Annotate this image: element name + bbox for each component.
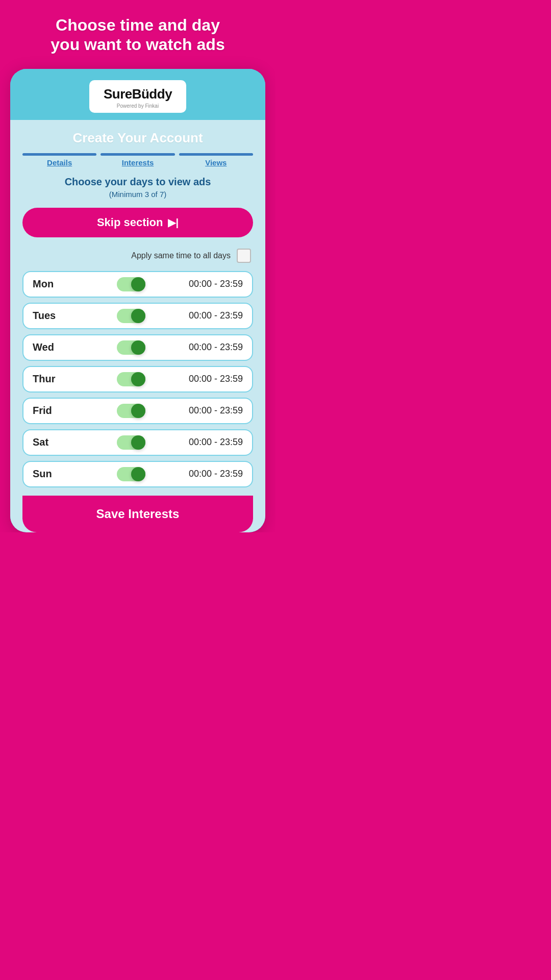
toggle-thumb-wed (131, 340, 145, 355)
card-header: SureBüddy Powered by Finkai (10, 69, 265, 120)
save-interests-button[interactable]: Save Interests (22, 496, 253, 532)
day-time-wed: 00:00 - 23:59 (189, 342, 243, 353)
tab-interests[interactable]: Interests (101, 153, 174, 167)
toggle-sun[interactable] (117, 467, 145, 481)
days-list: Mon00:00 - 23:59Tues00:00 - 23:59Wed00:0… (22, 271, 253, 487)
toggle-thumb-thur (131, 372, 145, 386)
choose-days-title: Choose your days to view ads (22, 176, 253, 188)
skip-label: Skip section (97, 216, 163, 229)
tab-bar-details (22, 153, 96, 156)
day-row-mon[interactable]: Mon00:00 - 23:59 (22, 271, 253, 298)
toggle-thumb-sun (131, 467, 145, 481)
logo-text: SureBüddy (104, 86, 172, 102)
toggle-wed[interactable] (117, 340, 145, 355)
toggle-track-tues[interactable] (117, 309, 145, 323)
day-row-thur[interactable]: Thur00:00 - 23:59 (22, 366, 253, 393)
toggle-sat[interactable] (117, 435, 145, 450)
apply-same-time-label: Apply same time to all days (131, 251, 231, 260)
day-row-wed[interactable]: Wed00:00 - 23:59 (22, 334, 253, 361)
toggle-track-wed[interactable] (117, 340, 145, 355)
toggle-thumb-frid (131, 404, 145, 418)
day-row-sun[interactable]: Sun00:00 - 23:59 (22, 461, 253, 487)
day-name-frid: Frid (33, 405, 73, 416)
toggle-tues[interactable] (117, 309, 145, 323)
toggle-frid[interactable] (117, 404, 145, 418)
skip-section-button[interactable]: Skip section ▶| (22, 208, 253, 237)
tab-bar-interests (101, 153, 174, 156)
choose-days-sub: (Minimum 3 of 7) (22, 190, 253, 199)
tab-label-interests[interactable]: Interests (122, 158, 154, 167)
tab-bar-views (179, 153, 253, 156)
day-row-tues[interactable]: Tues00:00 - 23:59 (22, 303, 253, 329)
tab-details[interactable]: Details (22, 153, 96, 167)
day-name-sat: Sat (33, 436, 73, 448)
day-name-thur: Thur (33, 373, 73, 385)
tab-label-details[interactable]: Details (47, 158, 72, 167)
day-time-sun: 00:00 - 23:59 (189, 469, 243, 479)
skip-icon: ▶| (168, 216, 179, 229)
day-name-sun: Sun (33, 468, 73, 480)
tab-views[interactable]: Views (179, 153, 253, 167)
day-time-mon: 00:00 - 23:59 (189, 279, 243, 289)
day-row-frid[interactable]: Frid00:00 - 23:59 (22, 398, 253, 424)
day-time-thur: 00:00 - 23:59 (189, 374, 243, 384)
page-title: Choose time and day you want to watch ad… (51, 15, 224, 55)
apply-same-time-row: Apply same time to all days (22, 249, 253, 263)
day-row-sat[interactable]: Sat00:00 - 23:59 (22, 429, 253, 456)
toggle-thur[interactable] (117, 372, 145, 386)
logo-powered: Powered by Finkai (117, 103, 159, 109)
create-account-title: Create Your Account (22, 130, 253, 146)
day-name-mon: Mon (33, 278, 73, 290)
toggle-track-sun[interactable] (117, 467, 145, 481)
toggle-thumb-tues (131, 309, 145, 323)
tab-label-views[interactable]: Views (205, 158, 227, 167)
day-time-tues: 00:00 - 23:59 (189, 310, 243, 321)
toggle-thumb-mon (131, 277, 145, 291)
main-card: SureBüddy Powered by Finkai Create Your … (10, 69, 265, 532)
toggle-track-frid[interactable] (117, 404, 145, 418)
day-time-frid: 00:00 - 23:59 (189, 405, 243, 416)
apply-same-time-checkbox[interactable] (237, 249, 251, 263)
toggle-track-thur[interactable] (117, 372, 145, 386)
card-body: Create Your Account Details Interests Vi… (10, 120, 265, 532)
toggle-mon[interactable] (117, 277, 145, 291)
logo-box: SureBüddy Powered by Finkai (89, 80, 186, 113)
toggle-thumb-sat (131, 435, 145, 450)
toggle-track-mon[interactable] (117, 277, 145, 291)
day-name-wed: Wed (33, 341, 73, 353)
day-time-sat: 00:00 - 23:59 (189, 437, 243, 448)
day-name-tues: Tues (33, 310, 73, 322)
toggle-track-sat[interactable] (117, 435, 145, 450)
tabs-container: Details Interests Views (22, 153, 253, 167)
